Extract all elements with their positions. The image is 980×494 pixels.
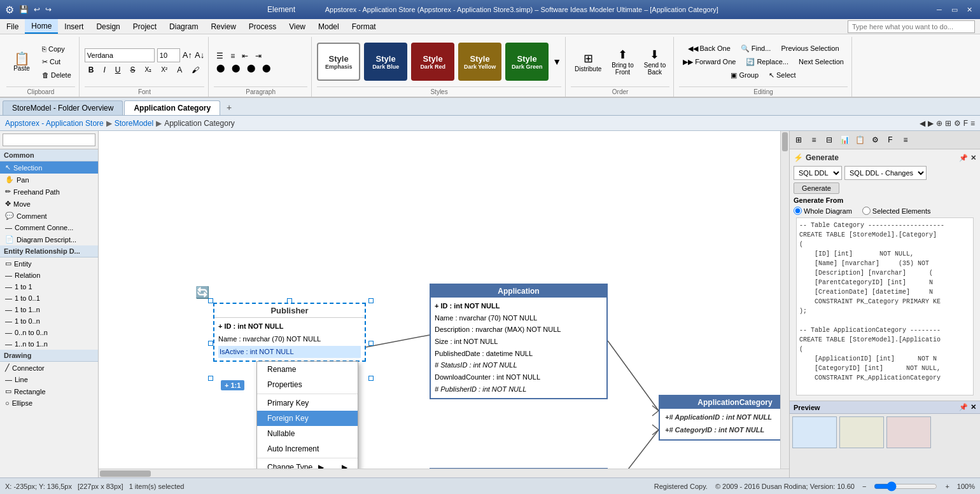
bring-to-front-button[interactable]: ⬆ Bring toFront [608,45,637,78]
group-button[interactable]: ▣ Group [727,69,762,81]
category-entity[interactable]: Category + ID : int NOT NULL Name : nvar… [430,468,608,469]
list-ordered-button[interactable]: ≡ [228,51,237,61]
tool-rectangle[interactable]: ▭ Rectangle [0,385,98,397]
tool-connector[interactable]: ╱ Connector [0,362,98,374]
rp-tool-3[interactable]: ⊟ [822,133,836,147]
font-color-button[interactable]: A [173,64,186,76]
tool-1to1-n[interactable]: — 1 to 1..n [0,304,98,315]
canvas-horizontal-scrollbar[interactable] [99,469,789,477]
application-category-entity[interactable]: ApplicationCategory +# ApplicationID : i… [659,395,780,441]
menu-design[interactable]: Design [90,19,126,34]
bold-button[interactable]: B [85,64,98,76]
nav-icon-2[interactable]: ▶ [928,119,934,128]
quick-access-redo[interactable]: ↪ [45,5,52,14]
font-shrink-icon[interactable]: A↓ [195,50,204,60]
tab-application-category[interactable]: Application Category [124,100,220,115]
replace-button[interactable]: 🔄 Replace... [742,56,792,68]
quick-access-undo[interactable]: ↩ [34,5,40,14]
menu-diagram[interactable]: Diagram [163,19,204,34]
generate-close[interactable]: ✕ [970,154,976,162]
selected-elements-radio[interactable] [862,207,871,215]
rp-tool-6[interactable]: ⚙ [868,133,882,147]
quick-access-save[interactable]: 💾 [19,5,29,14]
tool-1to1[interactable]: — 1 to 1 [0,281,98,292]
zoom-in-button[interactable]: + [945,483,949,490]
close-button[interactable]: ✕ [965,4,975,15]
ctx-properties[interactable]: Properties [257,377,358,392]
restore-button[interactable]: ▭ [949,4,960,15]
style-emphasis-button[interactable]: Style Emphasis [317,43,360,81]
tool-freehand[interactable]: ✏ Freehand Path [0,186,98,198]
tool-pan[interactable]: ✋ Pan [0,174,98,186]
canvas-vertical-scrollbar[interactable] [780,131,789,469]
selected-elements-radio-label[interactable]: Selected Elements [862,207,931,215]
rp-tool-4[interactable]: 📊 [837,133,851,147]
send-to-back-button[interactable]: ⬇ Send toBack [640,45,669,78]
nav-icon-1[interactable]: ◀ [920,119,925,128]
sql-code-area[interactable]: -- Table Category -------------------- C… [796,217,974,395]
canvas-area[interactable]: Publisher + ID : int NOT NULL Name : nva… [99,131,780,469]
style-dark-blue-button[interactable]: Style Dark Blue [364,43,407,81]
panel-search-input[interactable] [3,134,95,146]
ctx-nullable[interactable]: Nullable [257,426,358,441]
tool-comment-connector[interactable]: — Comment Conne... [0,222,98,233]
ctx-auto-increment[interactable]: Auto Increment [257,441,358,456]
whole-diagram-radio-label[interactable]: Whole Diagram [794,207,852,215]
align-right-button[interactable]: ⬤ [244,63,258,73]
tool-relation[interactable]: — Relation [0,270,98,281]
indent-more-button[interactable]: ⇥ [253,51,264,61]
strikethrough-button[interactable]: S [126,64,139,76]
ctx-foreign-key[interactable]: Foreign Key [257,411,358,426]
zoom-slider[interactable] [874,481,937,491]
ribbon-search-input[interactable] [848,20,975,33]
list-unordered-button[interactable]: ☰ [214,51,226,61]
next-selection-button[interactable]: Next Selection [795,56,848,68]
align-left-button[interactable]: ⬤ [214,63,227,73]
prev-selection-button[interactable]: Previous Selection [777,43,843,55]
menu-home[interactable]: Home [25,19,58,34]
align-center-button[interactable]: ⬤ [229,63,242,73]
sql-ddl-changes-select[interactable]: SQL DDL - Changes [844,166,927,180]
copy-button[interactable]: ⎘ Copy [38,43,75,55]
highlight-color-button[interactable]: 🖌 [188,64,203,76]
indent-less-button[interactable]: ⇤ [239,51,251,61]
menu-review[interactable]: Review [204,19,242,34]
rp-tool-7[interactable]: F [883,133,897,147]
select-button[interactable]: ↖ Select [765,69,800,81]
subscript-button[interactable]: X₂ [141,65,156,74]
tab-folder-overview[interactable]: StoreModel - Folder Overview [3,100,123,115]
nav-icon-6[interactable]: F [963,119,968,128]
rp-tool-5[interactable]: 📋 [853,133,867,147]
nav-icon-3[interactable]: ⊕ [936,119,942,128]
menu-project[interactable]: Project [127,19,163,34]
minimize-button[interactable]: ─ [934,4,944,15]
justify-button[interactable]: ⬤ [260,63,273,73]
delete-button[interactable]: 🗑 Delete [38,69,75,81]
menu-format[interactable]: Format [346,19,382,34]
menu-process[interactable]: Process [242,19,283,34]
generate-button[interactable]: Generate [794,182,839,194]
whole-diagram-radio[interactable] [794,207,802,215]
font-grow-icon[interactable]: A↑ [183,50,192,60]
tool-selection[interactable]: ↖ Selection [0,161,98,174]
tool-1to0-1[interactable]: — 1 to 0..1 [0,292,98,304]
ctx-rename[interactable]: Rename [257,362,358,377]
style-dark-yellow-button[interactable]: Style Dark Yellow [458,43,501,81]
tool-1n-to-1n[interactable]: — 1..n to 1..n [0,338,98,350]
nav-icon-4[interactable]: ⊞ [945,119,951,128]
forward-one-button[interactable]: ▶▶ Forward One [679,56,739,68]
tool-ellipse[interactable]: ○ Ellipse [0,397,98,409]
breadcrumb-home[interactable]: Appstorex - Application Store [5,119,104,128]
italic-button[interactable]: I [99,64,109,76]
back-one-button[interactable]: ◀◀ Back One [684,43,734,55]
font-size-input[interactable] [157,48,180,62]
cut-button[interactable]: ✂ Cut [38,56,75,68]
rp-tool-8[interactable]: ≡ [899,133,913,147]
menu-model[interactable]: Model [312,19,346,34]
generate-pin[interactable]: 📌 [959,154,968,162]
ctx-change-type[interactable]: Change Type ▶ [257,460,358,469]
font-name-input[interactable] [85,48,155,62]
ctx-primary-key[interactable]: Primary Key [257,395,358,411]
tool-diagram-description[interactable]: 📄 Diagram Descript... [0,233,98,245]
breadcrumb-store-model[interactable]: StoreModel [115,119,153,128]
